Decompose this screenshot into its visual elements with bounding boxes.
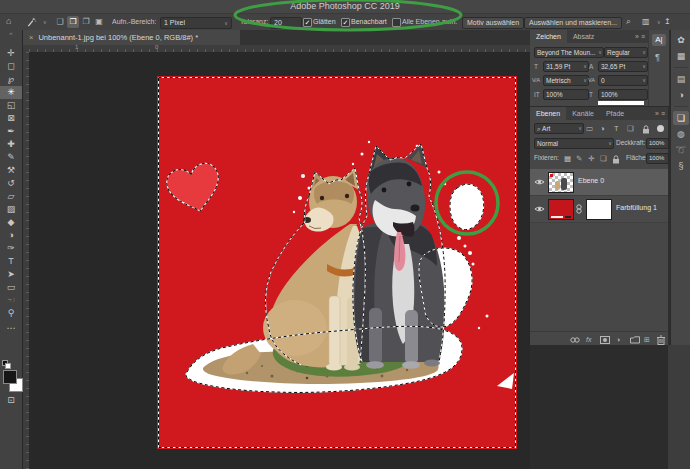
filter-pixel-icon[interactable]: ▭: [586, 123, 593, 134]
visibility-eye-icon[interactable]: [534, 205, 545, 213]
search-icon[interactable]: ⌕: [626, 16, 631, 26]
filter-type-icon[interactable]: T: [614, 123, 619, 134]
eraser-tool[interactable]: ▱: [0, 190, 22, 203]
magic-wand-tool[interactable]: ✳: [0, 86, 22, 99]
layer-mask-thumbnail[interactable]: [586, 199, 612, 220]
frame-tool[interactable]: ⊠: [0, 112, 22, 125]
panel-collapse-icon[interactable]: »: [635, 33, 639, 40]
tab-pfade[interactable]: Pfade: [600, 107, 630, 120]
paragraph-panel-icon[interactable]: ¶: [655, 52, 660, 62]
workspace-chevron[interactable]: ∨: [657, 17, 661, 27]
type-tool[interactable]: T: [0, 255, 22, 268]
layer-row-ebene0[interactable]: Ebene 0: [530, 169, 668, 196]
document-tab[interactable]: ×Unbenannt-1.jpg bei 100% (Ebene 0, RGB/…: [22, 30, 240, 45]
delete-layer-trash-icon[interactable]: [657, 335, 665, 345]
hand-tool[interactable]: ☜: [0, 294, 22, 307]
crop-tool[interactable]: ◱: [0, 99, 22, 112]
new-group-folder-icon[interactable]: [630, 336, 640, 344]
filter-shape-icon[interactable]: ❏: [627, 123, 634, 134]
toolbar-collapse-icon[interactable]: «: [0, 30, 22, 36]
sample-size-select[interactable]: 1 Pixel ∨: [160, 17, 232, 29]
blur-tool[interactable]: ◆: [0, 216, 22, 229]
leading-select[interactable]: 32,65 Pt∨: [598, 61, 648, 72]
panel-collapse-icon[interactable]: »: [655, 110, 659, 117]
history-brush-tool[interactable]: ↺: [0, 177, 22, 190]
layer-thumbnail[interactable]: [548, 172, 574, 193]
layers-panel-icon[interactable]: ❏: [673, 111, 689, 125]
filter-smartobject-lock-icon[interactable]: [642, 125, 650, 134]
blend-mode-select[interactable]: Normal∨: [534, 138, 614, 149]
layer-name[interactable]: Farbfüllung 1: [616, 204, 657, 211]
layer-filter-select[interactable]: ⌕ Art∨: [534, 123, 584, 134]
dodge-tool[interactable]: ◑: [0, 229, 22, 242]
libraries-panel-icon[interactable]: ▤: [673, 72, 689, 86]
quick-mask-icon[interactable]: ⊡: [0, 395, 22, 405]
opacity-input[interactable]: 100%: [646, 138, 669, 149]
vertical-scale-input[interactable]: 100%: [543, 89, 589, 100]
lock-pixels-icon[interactable]: ✎: [576, 153, 582, 164]
visibility-eye-icon[interactable]: [534, 178, 545, 186]
layer-row-farbfuellung[interactable]: Farbfüllung 1: [530, 196, 668, 223]
character-panel-icon[interactable]: A|: [652, 34, 666, 46]
paths-panel-icon[interactable]: ➰: [673, 143, 689, 157]
link-layers-icon[interactable]: [570, 337, 580, 343]
layer-name[interactable]: Ebene 0: [578, 177, 604, 184]
add-mask-icon[interactable]: [600, 336, 610, 344]
antialias-checkbox[interactable]: ✓: [303, 18, 312, 27]
foreground-color-swatch[interactable]: [3, 370, 17, 384]
lock-position-icon[interactable]: ✛: [588, 153, 594, 164]
document-canvas[interactable]: [157, 76, 517, 449]
fill-input[interactable]: 100%: [646, 153, 669, 164]
selection-mode-intersect[interactable]: ▣: [93, 16, 105, 28]
marquee-tool[interactable]: ◻: [0, 60, 22, 73]
tab-kanaele[interactable]: Kanäle: [566, 107, 600, 120]
lock-transparency-icon[interactable]: ▦: [564, 153, 571, 164]
move-tool[interactable]: ✛: [0, 47, 22, 60]
contiguous-checkbox[interactable]: ✓: [341, 18, 350, 27]
lock-all-icon[interactable]: [612, 155, 620, 164]
horizontal-scale-input[interactable]: 100%: [598, 89, 648, 100]
lasso-tool[interactable]: ℘: [0, 73, 22, 86]
tab-absatz[interactable]: Absatz: [567, 30, 600, 43]
pen-tool[interactable]: ✑: [0, 242, 22, 255]
adjustments-panel-icon[interactable]: ◑: [673, 88, 689, 102]
panel-menu-icon[interactable]: ≡: [641, 33, 645, 40]
brush-tool[interactable]: ✎: [0, 151, 22, 164]
gradient-tool[interactable]: ▨: [0, 203, 22, 216]
select-subject-button[interactable]: Motiv auswählen: [462, 17, 524, 29]
close-tab-icon[interactable]: ×: [29, 33, 33, 42]
layer-style-icon[interactable]: fx: [586, 335, 591, 344]
selection-mode-new[interactable]: ❑: [54, 16, 66, 28]
channels-panel-icon[interactable]: ◍: [673, 127, 689, 141]
tab-ebenen[interactable]: Ebenen: [530, 107, 566, 120]
filter-toggle[interactable]: [657, 125, 664, 132]
color-panel-icon[interactable]: ✿: [673, 33, 689, 47]
rectangle-tool[interactable]: ▭: [0, 281, 22, 294]
panel-menu-icon[interactable]: ≡: [661, 110, 665, 117]
filter-adjustment-icon[interactable]: ◑: [600, 123, 605, 134]
tracking-select[interactable]: 0∨: [598, 75, 648, 86]
select-and-mask-button[interactable]: Auswählen und maskieren...: [524, 17, 622, 29]
selection-mode-subtract[interactable]: ❐: [80, 16, 92, 28]
mask-link-icon[interactable]: [575, 204, 583, 214]
lock-artboard-icon[interactable]: ❏: [600, 153, 607, 164]
kerning-select[interactable]: Metrisch∨: [543, 75, 589, 86]
new-layer-icon[interactable]: ⊞: [644, 335, 650, 344]
font-size-select[interactable]: 31,59 Pt∨: [543, 61, 589, 72]
selection-mode-add[interactable]: ❒: [67, 16, 79, 28]
edit-toolbar-icon[interactable]: ⋯: [0, 322, 22, 335]
wand-dropdown-chevron[interactable]: ∨: [43, 17, 47, 27]
eyedropper-tool[interactable]: ✒: [0, 125, 22, 138]
home-icon[interactable]: ⌂: [6, 16, 11, 26]
canvas-pasteboard[interactable]: [29, 52, 530, 469]
default-colors-icon[interactable]: [2, 360, 10, 368]
new-adjustment-icon[interactable]: ◑: [616, 335, 620, 344]
text-color-swatch[interactable]: [598, 101, 644, 105]
fill-layer-thumbnail[interactable]: [548, 199, 574, 220]
zoom-tool[interactable]: ⚲: [0, 307, 22, 320]
tolerance-input[interactable]: 20: [270, 17, 302, 29]
swatches-panel-icon[interactable]: ▦: [673, 49, 689, 63]
clone-stamp-tool[interactable]: ⚒: [0, 164, 22, 177]
workspace-icon[interactable]: ▥: [642, 17, 650, 27]
font-style-select[interactable]: Regular∨: [604, 47, 648, 58]
